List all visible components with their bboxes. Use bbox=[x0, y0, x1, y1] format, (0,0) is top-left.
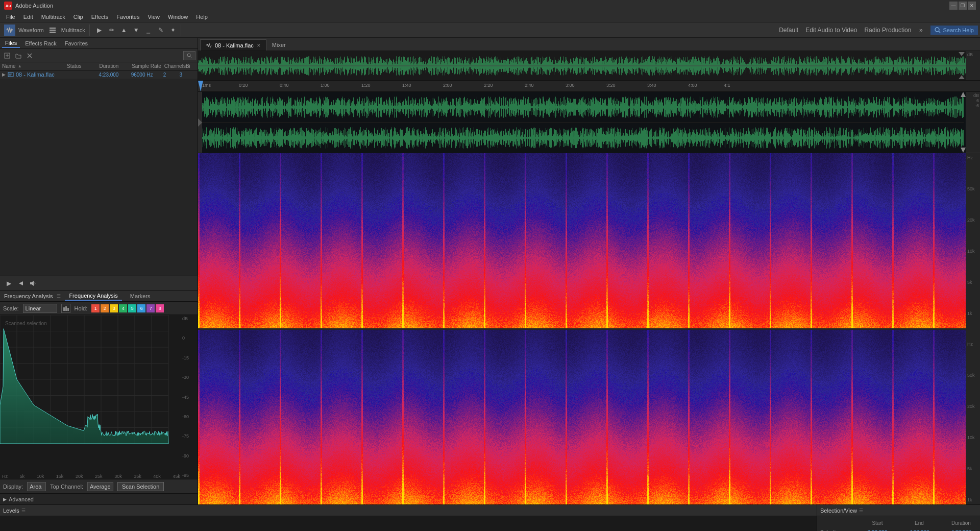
tool-btn-3[interactable]: ▲ bbox=[118, 25, 130, 36]
file-duration: 4:23.000 bbox=[99, 72, 131, 78]
menu-edit[interactable]: Edit bbox=[19, 13, 37, 21]
hold-btn-3[interactable]: 3 bbox=[110, 304, 118, 312]
tab-favorites[interactable]: Favorites bbox=[62, 39, 91, 47]
svg-rect-18 bbox=[65, 306, 67, 311]
spectrogram-freq-scale: Hz 50k 20k 10k 5k 1k Hz 50k 20k 10k 5k 1… bbox=[966, 153, 980, 504]
svg-rect-0 bbox=[50, 28, 56, 29]
tab-effects-rack[interactable]: Effects Rack bbox=[22, 39, 60, 47]
file-name: 08 - Kalima.flac bbox=[16, 71, 66, 78]
workspace-more-btn[interactable]: » bbox=[915, 25, 926, 36]
menu-view[interactable]: View bbox=[143, 13, 164, 21]
hold-btn-1[interactable]: 1 bbox=[91, 304, 100, 312]
levels-title: Levels bbox=[3, 508, 19, 514]
sel-header-row: Start End Duration bbox=[820, 518, 977, 527]
files-list: ▶ 08 - Kalima.flac 4:23.000 96000 Hz 2 3 bbox=[0, 70, 198, 276]
workspace-default-btn[interactable]: Default bbox=[776, 25, 801, 36]
menu-help[interactable]: Help bbox=[192, 13, 212, 21]
open-file-btn[interactable] bbox=[13, 51, 23, 61]
freq-panel: Frequency Analysis ☰ Frequency Analysis … bbox=[0, 290, 198, 504]
close-file-btn[interactable] bbox=[24, 51, 35, 61]
search-files-box[interactable] bbox=[183, 51, 195, 60]
close-button[interactable]: ✕ bbox=[968, 2, 976, 10]
tm-320: 3:20 bbox=[606, 83, 616, 88]
svg-marker-21 bbox=[959, 75, 965, 79]
menu-effects[interactable]: Effects bbox=[87, 13, 112, 21]
tool-btn-4[interactable]: ▼ bbox=[131, 25, 142, 36]
hold-btn-5[interactable]: 5 bbox=[128, 304, 136, 312]
sel-menu[interactable]: ☰ bbox=[859, 508, 863, 513]
wdb-6: 6 bbox=[976, 98, 979, 103]
display-select[interactable]: Area Lines bbox=[27, 482, 46, 491]
freq-menu-icon[interactable]: ☰ bbox=[57, 294, 61, 299]
sfreq-50k2: 50k bbox=[967, 373, 979, 378]
menu-file[interactable]: File bbox=[2, 13, 19, 21]
search-help-button[interactable]: Search Help bbox=[930, 26, 978, 35]
to-start-btn[interactable] bbox=[16, 279, 26, 288]
menu-window[interactable]: Window bbox=[164, 13, 192, 21]
tool-btn-2[interactable]: ✏ bbox=[106, 25, 117, 36]
workspace-radio-btn[interactable]: Radio Production bbox=[861, 25, 914, 36]
tab-files[interactable]: Files bbox=[2, 39, 20, 48]
db-label-60: -60 bbox=[182, 414, 198, 419]
tool-btn-5[interactable]: ⎯ bbox=[143, 25, 154, 36]
channel-select[interactable]: Average Left Right bbox=[87, 482, 113, 491]
tool-btn-1[interactable]: ▶ bbox=[94, 25, 105, 36]
svg-marker-20 bbox=[959, 52, 965, 56]
waveform-mode-btn[interactable] bbox=[4, 25, 15, 36]
advanced-row[interactable]: ▶ Advanced bbox=[0, 493, 198, 504]
svg-rect-1 bbox=[50, 30, 56, 31]
wdb-neg6: -6 bbox=[975, 103, 979, 108]
new-file-btn[interactable] bbox=[2, 51, 12, 61]
levels-meter: -59 -55 -51 -47 -43 -39 -35 -31 -27 -23 … bbox=[0, 516, 817, 531]
tm-1ms: 1ms bbox=[202, 83, 211, 88]
hold-btn-6[interactable]: 6 bbox=[137, 304, 145, 312]
sel-end-1: 4:23.000 bbox=[899, 529, 940, 532]
restore-button[interactable]: ❐ bbox=[959, 2, 967, 10]
sfreq-hz-top: Hz bbox=[967, 155, 979, 160]
mixer-tab[interactable]: Mixer bbox=[266, 39, 291, 51]
multitrack-mode-btn[interactable] bbox=[47, 25, 58, 36]
hold-btn-2[interactable]: 2 bbox=[101, 304, 109, 312]
svg-rect-12 bbox=[8, 73, 13, 77]
window-controls[interactable]: — ❐ ✕ bbox=[949, 2, 976, 10]
waveform-display[interactable]: dB 6 -6 bbox=[198, 92, 980, 153]
freq-tab-analysis[interactable]: Frequency Analysis bbox=[65, 292, 121, 301]
waveform-left-btn[interactable] bbox=[198, 92, 202, 153]
menu-multitrack[interactable]: Multitrack bbox=[37, 13, 69, 21]
hold-btn-8[interactable]: 8 bbox=[156, 304, 164, 312]
overview-ruler-top: dB bbox=[967, 52, 979, 57]
scan-selection-button[interactable]: Scan Selection bbox=[117, 482, 164, 491]
freq-db-scale: dB 0 -15 -30 -45 -60 -75 -90 -95 bbox=[182, 315, 198, 479]
waveform-overview[interactable]: dB bbox=[198, 51, 980, 81]
toolbar: Waveform Multitrack ▶ ✏ ▲ ▼ ⎯ ✎ ✦ Defaul… bbox=[0, 22, 980, 38]
col-channels: Channels bbox=[164, 63, 186, 69]
file-row[interactable]: ▶ 08 - Kalima.flac 4:23.000 96000 Hz 2 3 bbox=[0, 70, 198, 79]
chart-type-btn[interactable] bbox=[61, 304, 70, 313]
scale-select[interactable]: Linear Logarithmic bbox=[23, 304, 57, 313]
display-label: Display: bbox=[3, 484, 23, 490]
play-btn[interactable]: ▶ bbox=[4, 279, 13, 288]
hold-btn-7[interactable]: 7 bbox=[146, 304, 155, 312]
hold-label: Hold: bbox=[75, 305, 88, 311]
menu-clip[interactable]: Clip bbox=[69, 13, 87, 21]
freq-tab-markers[interactable]: Markers bbox=[126, 292, 155, 300]
menu-favorites[interactable]: Favorites bbox=[112, 13, 143, 21]
tm-220: 2:20 bbox=[484, 83, 493, 88]
hold-btn-4[interactable]: 4 bbox=[119, 304, 127, 312]
editor-tabs: 08 - Kalima.flac ✕ Mixer bbox=[198, 38, 980, 51]
levels-menu[interactable]: ☰ bbox=[21, 508, 26, 513]
spectrogram-area[interactable]: Hz 50k 20k 10k 5k 1k Hz 50k 20k 10k 5k 1… bbox=[198, 153, 980, 504]
selection-header: Selection/View ☰ bbox=[817, 505, 980, 516]
tab-close-btn[interactable]: ✕ bbox=[257, 43, 261, 48]
tool-btn-6[interactable]: ✎ bbox=[155, 25, 166, 36]
sel-data-row-1: Selection 0:00.000 4:23.000 4:23.000 bbox=[820, 527, 977, 531]
minimize-button[interactable]: — bbox=[949, 2, 958, 10]
freq-30k: 30k bbox=[114, 474, 122, 479]
volume-btn[interactable] bbox=[29, 279, 38, 288]
app-icon: Au bbox=[4, 2, 12, 10]
selection-panel: Selection/View ☰ Start End Duration Sele… bbox=[817, 505, 980, 531]
tool-btn-7[interactable]: ✦ bbox=[167, 25, 179, 36]
editor-tab-file[interactable]: 08 - Kalima.flac ✕ bbox=[200, 39, 266, 51]
workspace-edit-audio-btn[interactable]: Edit Audio to Video bbox=[802, 25, 860, 36]
freq-chart: dB 0 -15 -30 -45 -60 -75 -90 -95 Hz 5k 1… bbox=[0, 315, 198, 479]
